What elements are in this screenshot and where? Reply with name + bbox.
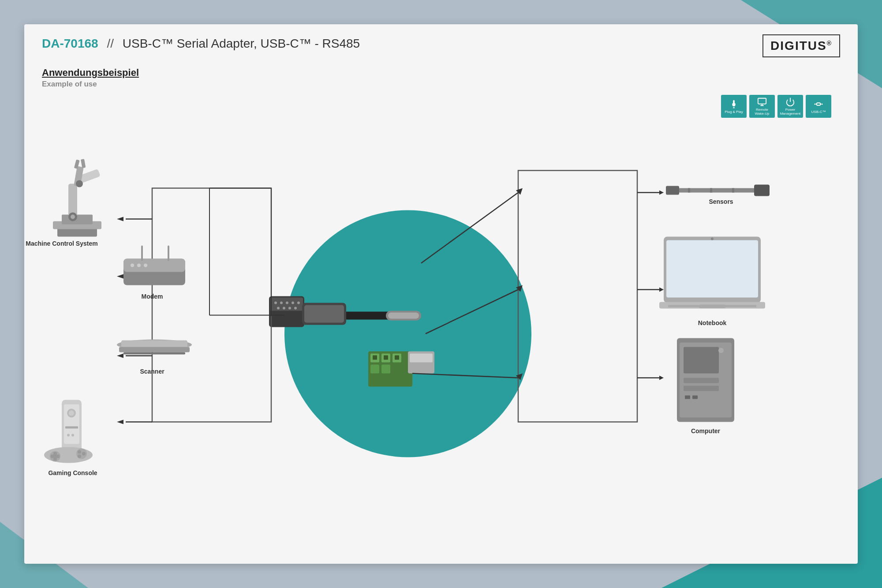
svg-rect-41 xyxy=(62,215,93,225)
svg-point-67 xyxy=(69,411,74,416)
svg-point-73 xyxy=(78,450,81,454)
svg-marker-28 xyxy=(117,420,123,424)
svg-point-54 xyxy=(144,264,147,267)
svg-point-52 xyxy=(131,264,134,267)
svg-marker-25 xyxy=(117,217,123,221)
modem-label: Modem xyxy=(142,293,163,300)
feat-label-plug: Plug & Play xyxy=(725,110,743,114)
svg-rect-23 xyxy=(395,356,399,360)
svg-rect-72 xyxy=(53,452,57,461)
svg-point-10 xyxy=(277,307,280,310)
svg-rect-80 xyxy=(710,188,712,193)
svg-point-3 xyxy=(814,103,815,105)
left-connection-box xyxy=(152,188,271,422)
svg-rect-87 xyxy=(699,305,725,308)
svg-point-75 xyxy=(78,455,81,458)
svg-rect-92 xyxy=(684,386,719,391)
svg-rect-95 xyxy=(692,396,698,399)
svg-rect-79 xyxy=(688,188,690,193)
right-connection-box xyxy=(518,171,637,422)
feature-icons-group: Plug & Play Remote Wake-Up Power Managem… xyxy=(721,95,831,118)
svg-rect-55 xyxy=(141,246,143,261)
machine-device xyxy=(53,159,101,236)
notebook-label: Notebook xyxy=(698,319,727,326)
feature-remote-wake: Remote Wake-Up xyxy=(749,95,775,118)
svg-point-64 xyxy=(67,434,70,437)
svg-rect-24 xyxy=(410,354,433,363)
center-circle xyxy=(284,210,531,457)
svg-point-6 xyxy=(280,302,283,304)
svg-point-86 xyxy=(711,238,714,240)
brand-logo: DIGITUS® xyxy=(762,34,840,57)
scanner-device xyxy=(117,340,192,355)
svg-point-11 xyxy=(283,307,285,310)
machine-label: Machine Control System xyxy=(26,240,97,247)
svg-point-8 xyxy=(292,302,294,304)
heading-english: Example of use xyxy=(42,80,840,89)
feature-usbc: USB-C™ xyxy=(806,95,831,118)
power-icon xyxy=(785,97,795,107)
svg-marker-36 xyxy=(659,191,664,195)
product-id: DA-70168 xyxy=(42,37,98,50)
svg-marker-26 xyxy=(117,274,123,279)
section-heading: Anwendungsbeispiel Example of use xyxy=(24,57,858,89)
svg-rect-2 xyxy=(816,103,820,105)
svg-point-7 xyxy=(286,302,288,304)
svg-point-65 xyxy=(71,434,74,437)
svg-rect-42 xyxy=(68,184,77,217)
svg-rect-77 xyxy=(666,186,679,195)
svg-marker-38 xyxy=(659,376,664,380)
feature-plug-play: Plug & Play xyxy=(721,95,747,118)
svg-rect-91 xyxy=(684,378,719,383)
scanner-label: Scanner xyxy=(140,368,164,375)
gaming-label: Gaming Console xyxy=(48,469,97,476)
svg-rect-81 xyxy=(732,188,734,193)
feat-label-usbc: USB-C™ xyxy=(811,110,826,114)
svg-point-12 xyxy=(288,307,291,310)
svg-rect-56 xyxy=(168,246,169,261)
svg-point-4 xyxy=(822,103,823,105)
product-title: DA-70168 // USB-C™ Serial Adapter, USB-C… xyxy=(42,37,360,51)
header-separator: // xyxy=(107,37,114,50)
db9-shell xyxy=(270,298,303,311)
svg-rect-76 xyxy=(666,188,767,193)
svg-point-93 xyxy=(718,348,724,353)
svg-rect-15 xyxy=(388,313,419,319)
sensors-label: Sensors xyxy=(709,198,733,205)
svg-rect-78 xyxy=(754,185,770,196)
usbc-icon xyxy=(814,99,823,109)
svg-rect-90 xyxy=(684,347,719,374)
svg-rect-94 xyxy=(685,396,690,399)
header-section: DA-70168 // USB-C™ Serial Adapter, USB-C… xyxy=(24,24,858,57)
plug-icon xyxy=(729,99,739,109)
main-card: DA-70168 // USB-C™ Serial Adapter, USB-C… xyxy=(24,24,858,564)
heading-german: Anwendungsbeispiel xyxy=(42,67,840,79)
feat-label-wake: Remote Wake-Up xyxy=(751,108,773,116)
svg-rect-46 xyxy=(81,159,86,168)
modem-device xyxy=(123,246,185,285)
svg-rect-83 xyxy=(666,240,758,298)
svg-rect-19 xyxy=(370,365,379,374)
svg-marker-37 xyxy=(659,288,664,292)
svg-rect-22 xyxy=(384,356,388,360)
svg-rect-14 xyxy=(304,305,344,323)
svg-point-49 xyxy=(76,180,83,187)
svg-rect-21 xyxy=(373,356,377,360)
svg-point-53 xyxy=(137,264,141,267)
monitor-icon xyxy=(757,97,767,107)
svg-rect-63 xyxy=(65,427,78,429)
svg-point-13 xyxy=(294,307,297,310)
svg-rect-20 xyxy=(381,365,390,374)
svg-point-48 xyxy=(71,215,75,219)
product-name: USB-C™ Serial Adapter, USB-C™ - RS485 xyxy=(123,37,360,50)
svg-point-5 xyxy=(274,302,277,304)
svg-point-74 xyxy=(82,452,86,456)
computer-device xyxy=(677,338,734,422)
feat-label-power: Power Management xyxy=(779,108,801,116)
diagram-svg: Machine Control System Modem Scanner xyxy=(24,121,858,564)
sensors-device xyxy=(666,185,770,196)
svg-point-9 xyxy=(297,302,300,304)
svg-marker-27 xyxy=(117,354,123,358)
notebook-device xyxy=(659,237,765,309)
gaming-device xyxy=(44,400,93,463)
